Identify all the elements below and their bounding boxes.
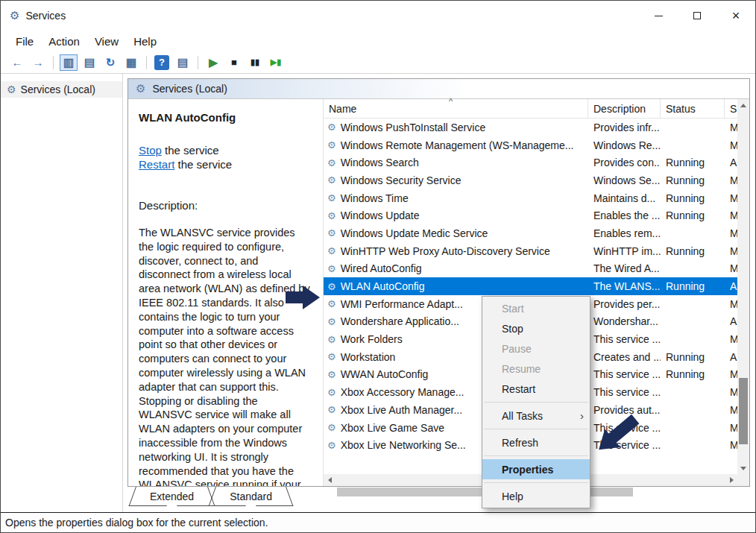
- scroll-right-button[interactable]: [725, 474, 737, 486]
- tab-label: Standard: [230, 491, 272, 502]
- column-header-description[interactable]: Description: [588, 99, 661, 118]
- column-header-name[interactable]: Name: [324, 99, 588, 118]
- service-name: Xbox Accessory Manage...: [341, 386, 464, 398]
- service-row[interactable]: ⚙Windows UpdateEnables the ...RunningM: [324, 206, 737, 224]
- context-menu: StartStopPauseResumeRestartAll Tasks›Ref…: [482, 296, 590, 508]
- panel-header: ⚙ Services (Local): [128, 79, 749, 99]
- service-description-cell: Windows Se...: [588, 174, 661, 186]
- vertical-scrollbar[interactable]: [737, 99, 749, 474]
- service-name: WLAN AutoConfig: [341, 280, 425, 292]
- service-gear-icon: ⚙: [327, 227, 336, 239]
- service-name: Windows Search: [341, 157, 419, 168]
- tree-item-services-local[interactable]: ⚙ Services (Local): [1, 81, 122, 98]
- service-row[interactable]: ⚙Windows Remote Management (WS-Manageme.…: [324, 136, 737, 154]
- service-detail-pane: WLAN AutoConfig Stop the service Restart…: [128, 99, 324, 486]
- service-gear-icon: ⚙: [327, 281, 336, 292]
- restart-service-icon[interactable]: ▶▮: [267, 54, 285, 71]
- scroll-left-button[interactable]: [324, 474, 336, 486]
- arrow-down-icon: [740, 467, 746, 470]
- menu-help[interactable]: Help: [126, 32, 164, 51]
- service-name: Windows Update Medic Service: [341, 227, 488, 239]
- stop-service-link[interactable]: Stop: [139, 144, 162, 157]
- details-pane-container: ⚙ Services (Local) WLAN AutoConfig Stop …: [123, 74, 755, 512]
- menu-separator: [484, 455, 588, 456]
- service-startup-cell: M: [725, 368, 737, 380]
- menu-file[interactable]: File: [8, 32, 41, 51]
- service-startup-cell: A: [725, 351, 737, 363]
- service-description-cell: Windows Re...: [588, 139, 661, 151]
- menu-separator: [484, 402, 588, 403]
- scroll-down-button[interactable]: [737, 462, 749, 474]
- arrow-up-icon: [740, 104, 746, 107]
- service-name-cell: ⚙Wired AutoConfig: [324, 262, 588, 274]
- service-description-cell: WinHTTP im...: [588, 245, 661, 257]
- service-description-cell: This service ...: [588, 368, 661, 380]
- service-row[interactable]: ⚙Wired AutoConfigThe Wired A...M: [324, 260, 737, 278]
- restart-service-link[interactable]: Restart: [139, 158, 174, 171]
- menu-view[interactable]: View: [87, 32, 126, 51]
- minimize-button[interactable]: [639, 1, 678, 31]
- service-description-cell: Provides infr...: [588, 122, 661, 133]
- titlebar: ⚙ Services ×: [1, 1, 755, 31]
- service-row[interactable]: ⚙Windows Update Medic ServiceEnables rem…: [324, 224, 737, 242]
- vertical-scroll-thumb[interactable]: [739, 378, 748, 444]
- vertical-scroll-track[interactable]: [737, 111, 749, 462]
- column-header-status[interactable]: Status: [661, 99, 725, 118]
- context-menu-help[interactable]: Help: [482, 486, 590, 506]
- service-description-cell: Provides aut...: [588, 404, 661, 416]
- context-menu-stop[interactable]: Stop: [482, 318, 590, 338]
- toolbar: ←→▥▤↻▦?▤▶■▮▮▶▮: [1, 51, 755, 74]
- menu-action[interactable]: Action: [41, 32, 87, 51]
- forward-icon[interactable]: →: [29, 54, 47, 71]
- tree-item-label: Services (Local): [21, 83, 95, 95]
- extended-pane-icon[interactable]: ▤: [174, 54, 192, 71]
- tab-extended[interactable]: Extended: [138, 487, 206, 506]
- service-gear-icon: ⚙: [327, 192, 336, 204]
- service-name-cell: ⚙Windows PushToInstall Service: [324, 122, 588, 133]
- service-name: Work Folders: [341, 333, 403, 345]
- context-menu-all-tasks[interactable]: All Tasks›: [482, 406, 590, 426]
- service-startup-cell: M: [725, 422, 737, 434]
- service-row[interactable]: ⚙Windows SearchProvides con...RunningA: [324, 154, 737, 171]
- scrollbar-corner: [737, 474, 749, 486]
- service-startup-cell: M: [725, 174, 737, 186]
- service-name: Wondershare Applicatio...: [341, 315, 459, 327]
- menu-separator: [484, 429, 588, 429]
- context-menu-restart[interactable]: Restart: [482, 379, 590, 399]
- menu-separator: [484, 482, 588, 483]
- service-name: Windows Update: [341, 209, 420, 221]
- export-list-icon[interactable]: ▦: [122, 54, 140, 71]
- service-gear-icon: ⚙: [327, 440, 336, 451]
- service-row[interactable]: ⚙WinHTTP Web Proxy Auto-Discovery Servic…: [324, 242, 737, 260]
- sort-ascending-icon: ^: [449, 97, 453, 106]
- start-service-icon[interactable]: ▶: [204, 54, 222, 71]
- service-startup-cell: M: [725, 404, 737, 416]
- maximize-button[interactable]: [678, 1, 716, 31]
- stop-service-icon[interactable]: ■: [225, 54, 243, 71]
- pause-service-icon[interactable]: ▮▮: [246, 54, 264, 71]
- selected-service-name: WLAN AutoConfig: [139, 111, 312, 124]
- tab-standard[interactable]: Standard: [218, 487, 284, 506]
- service-startup-cell: M: [725, 139, 737, 151]
- scroll-up-button[interactable]: [737, 99, 749, 111]
- context-menu-properties[interactable]: Properties: [482, 459, 590, 479]
- show-console-tree-icon[interactable]: ▥: [60, 54, 78, 71]
- close-button[interactable]: ×: [716, 1, 755, 31]
- arrow-left-icon: [328, 477, 332, 483]
- context-menu-refresh[interactable]: Refresh: [482, 432, 590, 452]
- back-icon[interactable]: ←: [8, 54, 26, 71]
- service-row[interactable]: ⚙WLAN AutoConfigThe WLANS...RunningA: [324, 277, 737, 295]
- toolbar-separator: [53, 56, 54, 69]
- service-description-cell: Creates and ...: [588, 351, 661, 363]
- column-header-s[interactable]: S: [725, 99, 737, 118]
- context-menu-item-label: Refresh: [502, 437, 538, 449]
- properties-icon[interactable]: ▤: [81, 54, 98, 71]
- service-row[interactable]: ⚙Windows TimeMaintains d...RunningM: [324, 189, 737, 207]
- service-row[interactable]: ⚙Windows Security ServiceWindows Se...Ru…: [324, 171, 737, 189]
- refresh-icon[interactable]: ↻: [101, 54, 119, 71]
- menubar: FileActionViewHelp: [1, 31, 755, 51]
- service-row[interactable]: ⚙Windows PushToInstall ServiceProvides i…: [324, 119, 737, 136]
- status-bar-text: Opens the properties dialog box for the …: [5, 517, 268, 529]
- help-icon[interactable]: ?: [154, 55, 169, 70]
- services-app-icon: ⚙: [10, 9, 19, 22]
